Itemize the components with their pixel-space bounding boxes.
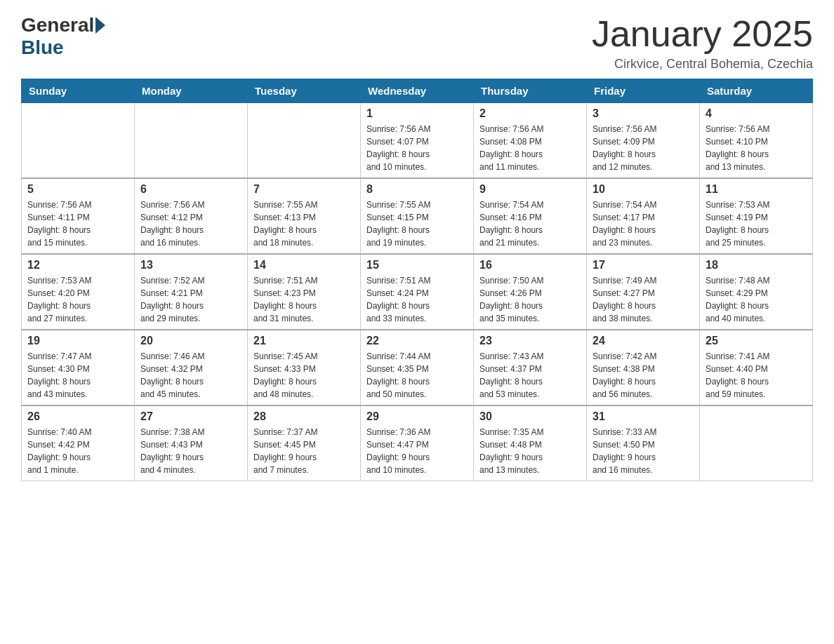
day-info: Sunrise: 7:56 AM Sunset: 4:07 PM Dayligh… xyxy=(366,123,468,173)
table-row: 28Sunrise: 7:37 AM Sunset: 4:45 PM Dayli… xyxy=(248,405,361,481)
table-row: 21Sunrise: 7:45 AM Sunset: 4:33 PM Dayli… xyxy=(248,330,361,405)
logo-line1: General xyxy=(21,14,105,36)
day-info: Sunrise: 7:42 AM Sunset: 4:38 PM Dayligh… xyxy=(593,350,694,401)
day-info: Sunrise: 7:44 AM Sunset: 4:35 PM Dayligh… xyxy=(366,350,468,401)
table-row: 24Sunrise: 7:42 AM Sunset: 4:38 PM Dayli… xyxy=(587,330,700,405)
calendar-week-1: 1Sunrise: 7:56 AM Sunset: 4:07 PM Daylig… xyxy=(22,103,813,179)
table-row: 27Sunrise: 7:38 AM Sunset: 4:43 PM Dayli… xyxy=(135,405,248,481)
day-number: 4 xyxy=(706,107,807,120)
day-number: 30 xyxy=(479,410,581,423)
calendar-week-4: 19Sunrise: 7:47 AM Sunset: 4:30 PM Dayli… xyxy=(22,330,813,405)
day-info: Sunrise: 7:56 AM Sunset: 4:10 PM Dayligh… xyxy=(706,123,807,173)
day-info: Sunrise: 7:47 AM Sunset: 4:30 PM Dayligh… xyxy=(27,350,128,401)
day-info: Sunrise: 7:36 AM Sunset: 4:47 PM Dayligh… xyxy=(366,426,468,476)
day-number: 25 xyxy=(706,335,807,347)
day-info: Sunrise: 7:53 AM Sunset: 4:19 PM Dayligh… xyxy=(706,199,807,249)
table-row: 7Sunrise: 7:55 AM Sunset: 4:13 PM Daylig… xyxy=(248,178,361,254)
day-number: 9 xyxy=(479,183,581,196)
day-info: Sunrise: 7:45 AM Sunset: 4:33 PM Dayligh… xyxy=(253,350,355,401)
table-row: 3Sunrise: 7:56 AM Sunset: 4:09 PM Daylig… xyxy=(587,103,700,179)
day-info: Sunrise: 7:55 AM Sunset: 4:13 PM Dayligh… xyxy=(253,199,355,249)
location-subtitle: Cirkvice, Central Bohemia, Czechia xyxy=(592,57,813,72)
day-number: 12 xyxy=(27,259,128,271)
day-info: Sunrise: 7:50 AM Sunset: 4:26 PM Dayligh… xyxy=(479,274,581,325)
table-row: 15Sunrise: 7:51 AM Sunset: 4:24 PM Dayli… xyxy=(361,254,474,330)
day-number: 17 xyxy=(593,259,694,271)
calendar-week-3: 12Sunrise: 7:53 AM Sunset: 4:20 PM Dayli… xyxy=(22,254,813,330)
day-number: 11 xyxy=(706,183,807,196)
table-row: 2Sunrise: 7:56 AM Sunset: 4:08 PM Daylig… xyxy=(474,103,587,179)
day-number: 1 xyxy=(366,107,468,120)
day-number: 24 xyxy=(593,335,694,347)
logo-general-text: General xyxy=(21,14,94,36)
header-tuesday: Tuesday xyxy=(248,79,361,103)
day-number: 2 xyxy=(479,107,581,120)
calendar-table: SundayMondayTuesdayWednesdayThursdayFrid… xyxy=(21,79,813,481)
table-row: 9Sunrise: 7:54 AM Sunset: 4:16 PM Daylig… xyxy=(474,178,587,254)
day-info: Sunrise: 7:43 AM Sunset: 4:37 PM Dayligh… xyxy=(479,350,581,401)
day-number: 14 xyxy=(253,259,355,271)
day-info: Sunrise: 7:35 AM Sunset: 4:48 PM Dayligh… xyxy=(479,426,581,476)
day-number: 22 xyxy=(366,335,468,347)
day-number: 21 xyxy=(253,335,355,347)
table-row: 1Sunrise: 7:56 AM Sunset: 4:07 PM Daylig… xyxy=(361,103,474,179)
day-number: 16 xyxy=(479,259,581,271)
calendar-week-5: 26Sunrise: 7:40 AM Sunset: 4:42 PM Dayli… xyxy=(22,405,813,481)
day-info: Sunrise: 7:51 AM Sunset: 4:24 PM Dayligh… xyxy=(366,274,468,325)
day-info: Sunrise: 7:38 AM Sunset: 4:43 PM Dayligh… xyxy=(140,426,241,476)
day-info: Sunrise: 7:54 AM Sunset: 4:17 PM Dayligh… xyxy=(593,199,694,249)
table-row: 10Sunrise: 7:54 AM Sunset: 4:17 PM Dayli… xyxy=(587,178,700,254)
day-info: Sunrise: 7:53 AM Sunset: 4:20 PM Dayligh… xyxy=(27,274,128,325)
day-number: 13 xyxy=(140,259,241,271)
day-number: 28 xyxy=(253,410,355,423)
day-number: 8 xyxy=(366,183,468,196)
header-saturday: Saturday xyxy=(700,79,813,103)
table-row: 13Sunrise: 7:52 AM Sunset: 4:21 PM Dayli… xyxy=(135,254,248,330)
table-row: 5Sunrise: 7:56 AM Sunset: 4:11 PM Daylig… xyxy=(22,178,135,254)
table-row: 20Sunrise: 7:46 AM Sunset: 4:32 PM Dayli… xyxy=(135,330,248,405)
day-info: Sunrise: 7:56 AM Sunset: 4:08 PM Dayligh… xyxy=(479,123,581,173)
table-row: 14Sunrise: 7:51 AM Sunset: 4:23 PM Dayli… xyxy=(248,254,361,330)
day-number: 5 xyxy=(27,183,128,196)
day-number: 31 xyxy=(593,410,694,423)
day-number: 7 xyxy=(253,183,355,196)
table-row: 26Sunrise: 7:40 AM Sunset: 4:42 PM Dayli… xyxy=(22,405,135,481)
table-row: 17Sunrise: 7:49 AM Sunset: 4:27 PM Dayli… xyxy=(587,254,700,330)
header-sunday: Sunday xyxy=(22,79,135,103)
day-info: Sunrise: 7:48 AM Sunset: 4:29 PM Dayligh… xyxy=(706,274,807,325)
table-row: 6Sunrise: 7:56 AM Sunset: 4:12 PM Daylig… xyxy=(135,178,248,254)
logo: General Blue xyxy=(21,14,105,59)
table-row: 4Sunrise: 7:56 AM Sunset: 4:10 PM Daylig… xyxy=(700,103,813,179)
day-info: Sunrise: 7:56 AM Sunset: 4:09 PM Dayligh… xyxy=(593,123,694,173)
header-friday: Friday xyxy=(587,79,700,103)
day-number: 3 xyxy=(593,107,694,120)
day-info: Sunrise: 7:33 AM Sunset: 4:50 PM Dayligh… xyxy=(593,426,694,476)
day-number: 10 xyxy=(593,183,694,196)
day-number: 23 xyxy=(479,335,581,347)
header-monday: Monday xyxy=(135,79,248,103)
table-row xyxy=(22,103,135,179)
day-info: Sunrise: 7:41 AM Sunset: 4:40 PM Dayligh… xyxy=(706,350,807,401)
day-info: Sunrise: 7:56 AM Sunset: 4:12 PM Dayligh… xyxy=(140,199,241,249)
day-number: 29 xyxy=(366,410,468,423)
header-wednesday: Wednesday xyxy=(361,79,474,103)
table-row: 25Sunrise: 7:41 AM Sunset: 4:40 PM Dayli… xyxy=(700,330,813,405)
calendar-week-2: 5Sunrise: 7:56 AM Sunset: 4:11 PM Daylig… xyxy=(22,178,813,254)
page-header: General Blue January 2025 Cirkvice, Cent… xyxy=(21,14,813,72)
title-section: January 2025 Cirkvice, Central Bohemia, … xyxy=(592,14,813,72)
day-info: Sunrise: 7:37 AM Sunset: 4:45 PM Dayligh… xyxy=(253,426,355,476)
day-info: Sunrise: 7:49 AM Sunset: 4:27 PM Dayligh… xyxy=(593,274,694,325)
table-row xyxy=(135,103,248,179)
day-number: 27 xyxy=(140,410,241,423)
day-number: 6 xyxy=(140,183,241,196)
day-number: 20 xyxy=(140,335,241,347)
day-number: 26 xyxy=(27,410,128,423)
day-info: Sunrise: 7:54 AM Sunset: 4:16 PM Dayligh… xyxy=(479,199,581,249)
table-row: 22Sunrise: 7:44 AM Sunset: 4:35 PM Dayli… xyxy=(361,330,474,405)
day-number: 19 xyxy=(27,335,128,347)
table-row: 18Sunrise: 7:48 AM Sunset: 4:29 PM Dayli… xyxy=(700,254,813,330)
day-info: Sunrise: 7:52 AM Sunset: 4:21 PM Dayligh… xyxy=(140,274,241,325)
table-row xyxy=(700,405,813,481)
table-row xyxy=(248,103,361,179)
day-info: Sunrise: 7:55 AM Sunset: 4:15 PM Dayligh… xyxy=(366,199,468,249)
